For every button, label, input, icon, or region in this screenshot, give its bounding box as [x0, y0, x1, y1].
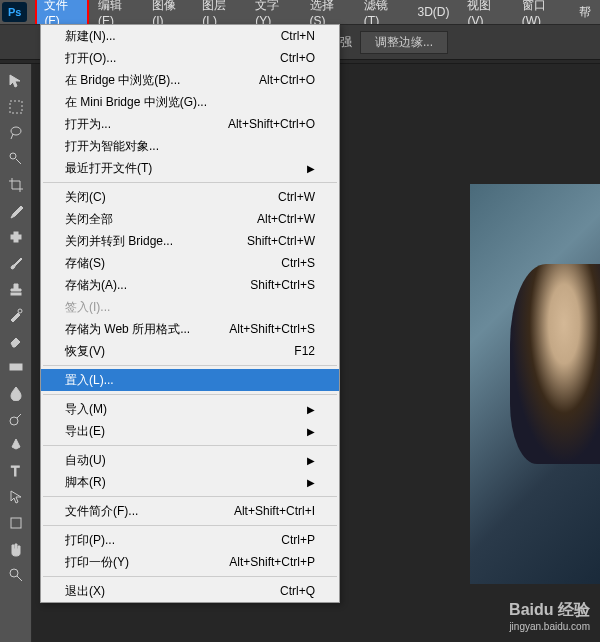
menu-item[interactable]: 最近打开文件(T)▶ — [41, 157, 339, 179]
menu-item: 签入(I)... — [41, 296, 339, 318]
quick-select-tool[interactable] — [4, 147, 28, 171]
menu-item-shortcut: Ctrl+W — [278, 190, 315, 204]
menu-3d[interactable]: 3D(D) — [408, 1, 458, 23]
menu-help[interactable]: 帮 — [570, 0, 600, 25]
photo-content — [470, 184, 600, 584]
menu-item-shortcut: Ctrl+P — [281, 533, 315, 547]
menu-item-shortcut: F12 — [294, 344, 315, 358]
menu-item-label: 恢复(V) — [65, 343, 105, 360]
menu-item[interactable]: 关闭并转到 Bridge...Shift+Ctrl+W — [41, 230, 339, 252]
menu-item[interactable]: 自动(U)▶ — [41, 449, 339, 471]
menu-item-label: 打开为智能对象... — [65, 138, 159, 155]
svg-rect-5 — [11, 293, 21, 295]
menu-item[interactable]: 存储为(A)...Shift+Ctrl+S — [41, 274, 339, 296]
menu-item-label: 关闭全部 — [65, 211, 113, 228]
menu-item[interactable]: 打印一份(Y)Alt+Shift+Ctrl+P — [41, 551, 339, 573]
gradient-tool[interactable] — [4, 355, 28, 379]
menu-separator — [43, 576, 337, 577]
watermark-url: jingyan.baidu.com — [509, 621, 590, 632]
marquee-tool[interactable] — [4, 95, 28, 119]
move-tool[interactable] — [4, 69, 28, 93]
svg-rect-4 — [14, 232, 18, 242]
menu-item[interactable]: 存储(S)Ctrl+S — [41, 252, 339, 274]
crop-tool[interactable] — [4, 173, 28, 197]
menu-item-shortcut: Ctrl+O — [280, 51, 315, 65]
menu-item-label: 导出(E) — [65, 423, 105, 440]
menu-item-label: 存储为 Web 所用格式... — [65, 321, 190, 338]
watermark: Baidu 经验 jingyan.baidu.com — [509, 600, 590, 632]
menu-item[interactable]: 打开为智能对象... — [41, 135, 339, 157]
menu-item[interactable]: 导出(E)▶ — [41, 420, 339, 442]
menu-separator — [43, 445, 337, 446]
submenu-arrow-icon: ▶ — [307, 404, 315, 415]
shape-tool[interactable] — [4, 511, 28, 535]
svg-point-8 — [10, 417, 18, 425]
file-menu-dropdown: 新建(N)...Ctrl+N打开(O)...Ctrl+O在 Bridge 中浏览… — [40, 24, 340, 603]
toolbar: T — [0, 64, 32, 642]
brush-tool[interactable] — [4, 251, 28, 275]
menu-item-label: 签入(I)... — [65, 299, 110, 316]
menu-item[interactable]: 置入(L)... — [41, 369, 339, 391]
menu-item[interactable]: 退出(X)Ctrl+Q — [41, 580, 339, 602]
menu-item[interactable]: 恢复(V)F12 — [41, 340, 339, 362]
path-select-tool[interactable] — [4, 485, 28, 509]
zoom-tool[interactable] — [4, 563, 28, 587]
menu-item-label: 脚本(R) — [65, 474, 106, 491]
submenu-arrow-icon: ▶ — [307, 477, 315, 488]
menu-separator — [43, 182, 337, 183]
menu-item[interactable]: 打印(P)...Ctrl+P — [41, 529, 339, 551]
menu-item[interactable]: 打开(O)...Ctrl+O — [41, 47, 339, 69]
dodge-tool[interactable] — [4, 407, 28, 431]
pen-tool[interactable] — [4, 433, 28, 457]
menubar: Ps 文件(F) 编辑(E) 图像(I) 图层(L) 文字(Y) 选择(S) 滤… — [0, 0, 600, 24]
menu-item-shortcut: Shift+Ctrl+W — [247, 234, 315, 248]
menu-item[interactable]: 存储为 Web 所用格式...Alt+Shift+Ctrl+S — [41, 318, 339, 340]
svg-rect-10 — [11, 518, 21, 528]
menu-item-label: 置入(L)... — [65, 372, 114, 389]
submenu-arrow-icon: ▶ — [307, 163, 315, 174]
menu-item[interactable]: 脚本(R)▶ — [41, 471, 339, 493]
menu-item-shortcut: Alt+Shift+Ctrl+S — [229, 322, 315, 336]
menu-item-label: 存储为(A)... — [65, 277, 127, 294]
menu-item-shortcut: Alt+Ctrl+W — [257, 212, 315, 226]
eraser-tool[interactable] — [4, 329, 28, 353]
menu-item[interactable]: 关闭(C)Ctrl+W — [41, 186, 339, 208]
menu-item-label: 在 Bridge 中浏览(B)... — [65, 72, 180, 89]
svg-point-2 — [10, 153, 16, 159]
menu-item-shortcut: Shift+Ctrl+S — [250, 278, 315, 292]
menu-item[interactable]: 关闭全部Alt+Ctrl+W — [41, 208, 339, 230]
app-logo: Ps — [2, 2, 27, 22]
menu-item-shortcut: Alt+Shift+Ctrl+I — [234, 504, 315, 518]
menu-item-label: 导入(M) — [65, 401, 107, 418]
svg-rect-0 — [10, 101, 22, 113]
menu-separator — [43, 394, 337, 395]
menu-item-label: 在 Mini Bridge 中浏览(G)... — [65, 94, 207, 111]
menu-item[interactable]: 导入(M)▶ — [41, 398, 339, 420]
svg-point-11 — [10, 569, 18, 577]
hand-tool[interactable] — [4, 537, 28, 561]
menu-item[interactable]: 文件简介(F)...Alt+Shift+Ctrl+I — [41, 500, 339, 522]
watermark-brand: Baidu 经验 — [509, 600, 590, 621]
menu-item-shortcut: Alt+Shift+Ctrl+O — [228, 117, 315, 131]
svg-point-6 — [18, 309, 22, 313]
stamp-tool[interactable] — [4, 277, 28, 301]
menu-item[interactable]: 在 Mini Bridge 中浏览(G)... — [41, 91, 339, 113]
menu-item[interactable]: 打开为...Alt+Shift+Ctrl+O — [41, 113, 339, 135]
opt-refine-edge[interactable]: 调整边缘... — [360, 31, 448, 54]
submenu-arrow-icon: ▶ — [307, 426, 315, 437]
healing-tool[interactable] — [4, 225, 28, 249]
menu-item[interactable]: 在 Bridge 中浏览(B)...Alt+Ctrl+O — [41, 69, 339, 91]
submenu-arrow-icon: ▶ — [307, 455, 315, 466]
history-brush-tool[interactable] — [4, 303, 28, 327]
svg-rect-7 — [10, 364, 22, 370]
type-tool[interactable]: T — [4, 459, 28, 483]
menu-separator — [43, 525, 337, 526]
menu-item[interactable]: 新建(N)...Ctrl+N — [41, 25, 339, 47]
menu-item-shortcut: Ctrl+Q — [280, 584, 315, 598]
svg-text:T: T — [11, 463, 20, 479]
lasso-tool[interactable] — [4, 121, 28, 145]
blur-tool[interactable] — [4, 381, 28, 405]
menu-item-label: 最近打开文件(T) — [65, 160, 152, 177]
eyedropper-tool[interactable] — [4, 199, 28, 223]
menu-separator — [43, 496, 337, 497]
